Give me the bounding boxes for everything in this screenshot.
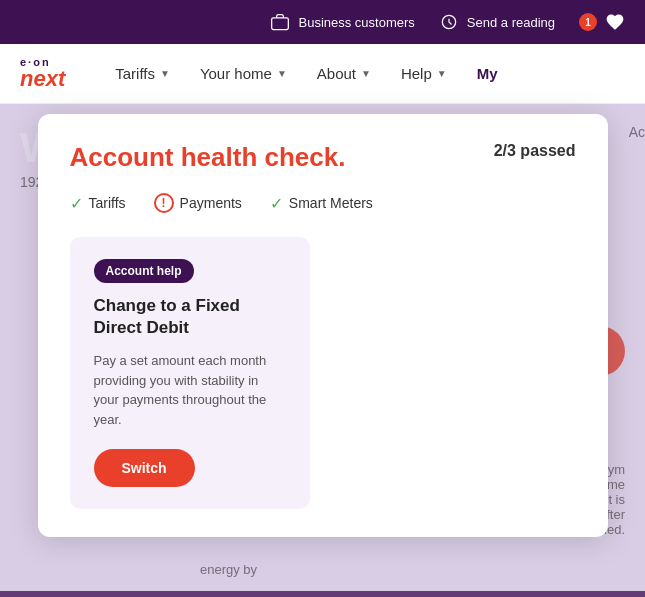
card-title: Change to a Fixed Direct Debit (94, 295, 286, 339)
checkmark-icon: ✓ (270, 194, 283, 213)
check-payments-label: Payments (180, 195, 242, 211)
card-tag: Account help (94, 259, 194, 283)
notifications-button[interactable]: 1 (579, 12, 625, 32)
checks-row: ✓ Tariffs ! Payments ✓ Smart Meters (70, 193, 576, 213)
chevron-down-icon: ▼ (361, 68, 371, 79)
briefcase-icon (270, 12, 290, 32)
warning-icon: ! (154, 193, 174, 213)
send-reading-label: Send a reading (467, 15, 555, 30)
meter-icon (439, 12, 459, 32)
nav-help[interactable]: Help ▼ (401, 65, 447, 82)
check-tariffs-label: Tariffs (89, 195, 126, 211)
passed-badge: 2/3 passed (494, 142, 576, 160)
check-smart-meters-label: Smart Meters (289, 195, 373, 211)
nav-your-home[interactable]: Your home ▼ (200, 65, 287, 82)
check-smart-meters: ✓ Smart Meters (270, 194, 373, 213)
send-reading-link[interactable]: Send a reading (439, 12, 555, 32)
business-label: Business customers (298, 15, 414, 30)
heart-icon (605, 12, 625, 32)
account-help-card: Account help Change to a Fixed Direct De… (70, 237, 310, 509)
business-customers-link[interactable]: Business customers (270, 12, 414, 32)
modal-header: Account health check. 2/3 passed (70, 142, 576, 173)
chevron-down-icon: ▼ (277, 68, 287, 79)
modal-title: Account health check. (70, 142, 346, 173)
nav-about[interactable]: About ▼ (317, 65, 371, 82)
svg-rect-0 (272, 18, 289, 30)
switch-button[interactable]: Switch (94, 449, 195, 487)
notification-count: 1 (579, 13, 597, 31)
checkmark-icon: ✓ (70, 194, 83, 213)
logo-next: next (20, 68, 65, 90)
modal-overlay: Account health check. 2/3 passed ✓ Tarif… (0, 104, 645, 597)
check-payments: ! Payments (154, 193, 242, 213)
top-bar: Business customers Send a reading 1 (0, 0, 645, 44)
chevron-down-icon: ▼ (160, 68, 170, 79)
nav-about-label: About (317, 65, 356, 82)
nav-my[interactable]: My (477, 65, 498, 82)
logo[interactable]: e·on next (20, 57, 65, 90)
chevron-down-icon: ▼ (437, 68, 447, 79)
check-tariffs: ✓ Tariffs (70, 194, 126, 213)
nav-help-label: Help (401, 65, 432, 82)
nav-my-label: My (477, 65, 498, 82)
account-health-modal: Account health check. 2/3 passed ✓ Tarif… (38, 114, 608, 537)
nav-tariffs-label: Tariffs (115, 65, 155, 82)
nav-bar: e·on next Tariffs ▼ Your home ▼ About ▼ … (0, 44, 645, 104)
nav-tariffs[interactable]: Tariffs ▼ (115, 65, 170, 82)
card-description: Pay a set amount each month providing yo… (94, 351, 286, 429)
nav-your-home-label: Your home (200, 65, 272, 82)
